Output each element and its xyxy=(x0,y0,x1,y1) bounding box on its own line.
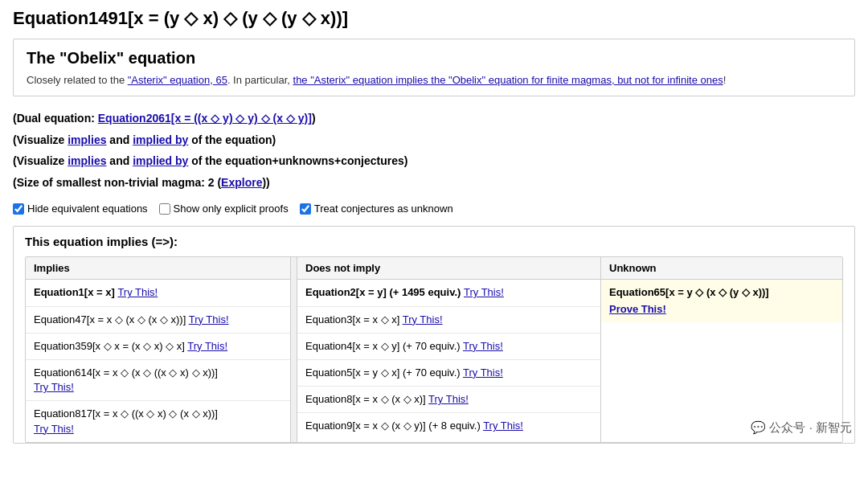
visualize1-prefix: (Visualize xyxy=(13,133,68,146)
unknown-column: Unknown Equation65[x = y ◇ (x ◇ (y ◇ x))… xyxy=(601,257,842,441)
checkboxes-row: Hide equivalent equations Show only expl… xyxy=(13,203,855,215)
try-this-link[interactable]: Try This! xyxy=(463,366,503,379)
try-this-link[interactable]: Try This! xyxy=(187,340,227,352)
visualize2-line: (Visualize implies and implied by of the… xyxy=(13,150,855,172)
list-item: Equation359[x ◇ x = (x ◇ x) ◇ x] Try Thi… xyxy=(26,334,290,360)
list-item: Equation9[x = x ◇ (x ◇ y)] (+ 8 equiv.) … xyxy=(297,413,600,439)
implies-col-header: Implies xyxy=(26,257,290,280)
try-this-link[interactable]: Try This! xyxy=(189,313,229,325)
page-title: Equation1491[x = (y ◇ x) ◇ (y ◇ (y ◇ x))… xyxy=(13,8,855,29)
show-explicit-checkbox[interactable] xyxy=(159,203,170,215)
obelix-heading: The "Obelix" equation xyxy=(27,49,841,68)
implies-col-body: Equation1[x = x] Try This! Equation47[x … xyxy=(26,280,290,441)
visualize1-implied-link[interactable]: implied by xyxy=(133,133,188,146)
list-item: Equation8[x = x ◇ (x ◇ x)] Try This! xyxy=(297,387,600,413)
show-explicit-text: Show only explicit proofs xyxy=(174,203,289,215)
visualize1-mid: and xyxy=(106,133,133,146)
eq-text: Equation1[x = x] xyxy=(34,286,117,298)
show-explicit-label[interactable]: Show only explicit proofs xyxy=(159,203,289,215)
list-item: Equation2[x = y] (+ 1495 equiv.) Try Thi… xyxy=(297,280,600,306)
unknown-col-body: Equation65[x = y ◇ (x ◇ (y ◇ x))] Prove … xyxy=(601,280,842,321)
visualize1-suffix: of the equation) xyxy=(188,133,276,146)
eq-text: Equation65[x = y ◇ (x ◇ (y ◇ x))] xyxy=(609,286,769,298)
meta-links: (Dual equation: Equation2061[x = ((x ◇ y… xyxy=(13,108,855,193)
divider xyxy=(291,257,297,441)
eq-text: Equation614[x = x ◇ (x ◇ ((x ◇ x) ◇ x))] xyxy=(34,366,218,379)
obelix-desc-before: Closely related to the xyxy=(27,74,128,86)
treat-conj-label[interactable]: Treat conjectures as unknown xyxy=(300,203,453,215)
obelix-desc-after: ! xyxy=(723,74,727,86)
watermark-text: 公众号 · 新智元 xyxy=(769,420,852,436)
eq-text: Equation47[x = x ◇ (x ◇ (x ◇ x))] xyxy=(34,313,189,325)
visualize2-mid: and xyxy=(106,154,133,167)
eq-text: Equation9[x = x ◇ (x ◇ y)] (+ 8 equiv.) xyxy=(305,420,483,432)
eq-text: Equation4[x = x ◇ y] (+ 70 equiv.) xyxy=(305,340,463,352)
list-item: Equation5[x = y ◇ x] (+ 70 equiv.) Try T… xyxy=(297,360,600,387)
try-this-link[interactable]: Try This! xyxy=(34,423,74,435)
try-this-link[interactable]: Try This! xyxy=(483,420,523,432)
eq-text: Equation817[x = x ◇ ((x ◇ x) ◇ (x ◇ x))] xyxy=(34,407,218,420)
list-item: Equation817[x = x ◇ ((x ◇ x) ◇ (x ◇ x))]… xyxy=(26,401,290,441)
size-prefix: (Size of smallest non-trivial magma: 2 ( xyxy=(13,176,221,189)
visualize2-suffix: of the equation+unknowns+conjectures) xyxy=(188,154,407,167)
try-this-link[interactable]: Try This! xyxy=(428,393,469,405)
visualize2-implies-link[interactable]: implies xyxy=(68,154,106,167)
treat-conj-checkbox[interactable] xyxy=(300,203,311,215)
list-item: Equation614[x = x ◇ (x ◇ ((x ◇ x) ◇ x))]… xyxy=(26,360,290,401)
hide-equiv-text: Hide equivalent equations xyxy=(27,203,148,215)
hide-equiv-checkbox[interactable] xyxy=(13,203,24,215)
hide-equiv-label[interactable]: Hide equivalent equations xyxy=(13,203,148,215)
size-line: (Size of smallest non-trivial magma: 2 (… xyxy=(13,172,855,194)
does-not-imply-col-header: Does not imply xyxy=(297,257,600,280)
obelix-desc-mid: . In particular, xyxy=(227,74,293,86)
list-item: Equation4[x = x ◇ y] (+ 70 equiv.) Try T… xyxy=(297,334,600,360)
watermark-icon: 💬 xyxy=(751,420,766,435)
does-not-imply-col-body: Equation2[x = y] (+ 1495 equiv.) Try Thi… xyxy=(297,280,600,439)
dual-equation-link[interactable]: Equation2061[x = ((x ◇ y) ◇ y) ◇ (x ◇ y)… xyxy=(98,112,312,125)
list-item: Equation3[x = x ◇ x] Try This! xyxy=(297,307,600,334)
dual-suffix: ) xyxy=(312,112,316,125)
eq-text: Equation2[x = y] (+ 1495 equiv.) xyxy=(305,286,464,298)
obelix-desc: Closely related to the "Asterix" equatio… xyxy=(27,74,841,86)
prove-this-link[interactable]: Prove This! xyxy=(609,302,834,317)
asterix-link[interactable]: "Asterix" equation, 65 xyxy=(128,74,227,86)
visualize1-implies-link[interactable]: implies xyxy=(68,133,106,146)
eq-text: Equation8[x = x ◇ (x ◇ x)] xyxy=(305,393,428,405)
implies-heading: This equation implies (=>): xyxy=(25,235,843,248)
does-not-imply-column: Does not imply Equation2[x = y] (+ 1495 … xyxy=(297,257,601,441)
try-this-link[interactable]: Try This! xyxy=(117,286,158,298)
dual-label: (Dual equation: xyxy=(13,112,98,125)
implies-section: This equation implies (=>): Implies Equa… xyxy=(13,226,855,443)
implies-column: Implies Equation1[x = x] Try This! Equat… xyxy=(26,257,291,441)
size-suffix: )) xyxy=(262,176,269,189)
explore-link[interactable]: Explore xyxy=(221,176,262,189)
columns-container: Implies Equation1[x = x] Try This! Equat… xyxy=(25,256,843,442)
try-this-link[interactable]: Try This! xyxy=(463,340,503,352)
list-item: Equation65[x = y ◇ (x ◇ (y ◇ x))] Prove … xyxy=(601,280,842,321)
dual-line: (Dual equation: Equation2061[x = ((x ◇ y… xyxy=(13,108,855,129)
visualize1-line: (Visualize implies and implied by of the… xyxy=(13,129,855,151)
visualize2-prefix: (Visualize xyxy=(13,154,68,167)
list-item: Equation47[x = x ◇ (x ◇ (x ◇ x))] Try Th… xyxy=(26,307,290,334)
obelix-implies-link[interactable]: the "Asterix" equation implies the "Obel… xyxy=(293,74,723,86)
obelix-box: The "Obelix" equation Closely related to… xyxy=(13,39,855,96)
try-this-link[interactable]: Try This! xyxy=(34,381,74,393)
eq-text: Equation3[x = x ◇ x] xyxy=(305,313,403,325)
eq-text: Equation5[x = y ◇ x] (+ 70 equiv.) xyxy=(305,366,463,379)
eq-text: Equation359[x ◇ x = (x ◇ x) ◇ x] xyxy=(34,340,187,352)
list-item: Equation1[x = x] Try This! xyxy=(26,280,290,306)
treat-conj-text: Treat conjectures as unknown xyxy=(314,203,453,215)
try-this-link[interactable]: Try This! xyxy=(464,286,504,298)
unknown-col-header: Unknown xyxy=(601,257,842,280)
try-this-link[interactable]: Try This! xyxy=(403,313,443,325)
visualize2-implied-link[interactable]: implied by xyxy=(133,154,188,167)
watermark: 💬 公众号 · 新智元 xyxy=(751,420,852,436)
